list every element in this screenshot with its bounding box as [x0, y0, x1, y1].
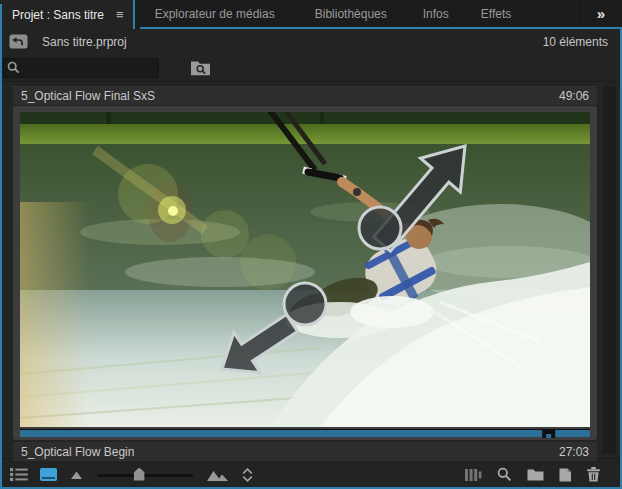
sequence-bars-icon: [465, 469, 482, 481]
tab-infos[interactable]: Infos: [407, 0, 465, 27]
clip-thumbnail[interactable]: [20, 112, 590, 427]
tab-overflow-button[interactable]: »: [579, 0, 622, 27]
new-item-button[interactable]: [559, 464, 572, 486]
icon-view-icon: [40, 468, 57, 481]
list-view-button[interactable]: [10, 464, 28, 486]
find-button[interactable]: [497, 464, 512, 486]
tab-projet[interactable]: Projet : Sans titre ≡: [0, 0, 135, 29]
zoom-in-button[interactable]: [207, 464, 228, 486]
project-panel: Projet : Sans titre ≡ Explorateur de méd…: [0, 0, 622, 489]
folder-magnifier-icon: [190, 59, 211, 76]
search-in-bin-button[interactable]: [189, 59, 211, 76]
search-box: [3, 58, 159, 78]
tab-effets[interactable]: Effets: [465, 0, 527, 27]
search-bar: [0, 54, 622, 82]
delete-button[interactable]: [587, 464, 600, 486]
zoom-slider-thumb[interactable]: [134, 468, 145, 481]
folder-up-icon: [9, 34, 28, 49]
search-input[interactable]: [3, 58, 159, 78]
search-icon: [7, 61, 21, 79]
clip-duration: 27:03: [559, 445, 589, 459]
small-mountain-icon: [71, 470, 83, 479]
clip-caption[interactable]: 5_Optical Flow Begin 27:03: [13, 442, 597, 461]
find-magnifier-icon: [497, 467, 512, 482]
icon-view-button[interactable]: [40, 464, 57, 486]
large-mountain-icon: [207, 469, 228, 481]
clip-selection-frame: [13, 106, 597, 440]
tab-explorateur-de-medias[interactable]: Explorateur de médias: [135, 0, 295, 27]
bin-content-area: 5_Optical Flow Final SxS 49:06: [0, 82, 622, 458]
automate-to-sequence-button[interactable]: [465, 464, 482, 486]
clip-name: 5_Optical Flow Begin: [21, 445, 134, 459]
new-item-page-icon: [559, 468, 572, 482]
zoom-out-button[interactable]: [71, 464, 83, 486]
tab-bibliotheques[interactable]: Bibliothèques: [295, 0, 407, 27]
clip-name: 5_Optical Flow Final SxS: [21, 89, 155, 103]
clip-item-begin[interactable]: 5_Optical Flow Begin 27:03: [13, 106, 597, 461]
list-view-icon: [10, 468, 28, 481]
navigate-up-button[interactable]: [8, 34, 28, 50]
vertical-scrollbar[interactable]: [603, 86, 616, 454]
panel-menu-icon[interactable]: ≡: [116, 7, 123, 22]
tab-projet-label: Projet : Sans titre: [12, 8, 104, 22]
trash-icon: [587, 467, 600, 482]
project-panel-toolbar: [0, 458, 622, 489]
clip-item-final-sxs[interactable]: 5_Optical Flow Final SxS 49:06: [13, 86, 597, 105]
panel-focus-border-left: [0, 4, 2, 489]
project-path-bar: Sans titre.prproj 10 éléments: [0, 29, 622, 54]
folder-icon: [527, 468, 544, 481]
sort-icons-button[interactable]: [242, 464, 253, 486]
panel-tab-bar: Projet : Sans titre ≡ Explorateur de méd…: [0, 0, 622, 29]
clip-scrub-bar[interactable]: [20, 429, 590, 437]
scrub-playhead[interactable]: [542, 429, 555, 438]
project-file-name: Sans titre.prproj: [42, 35, 127, 49]
new-bin-button[interactable]: [527, 464, 544, 486]
items-count-label: 10 éléments: [543, 35, 610, 49]
sort-chevrons-icon: [242, 468, 253, 482]
slider-track: [97, 474, 193, 477]
clip-duration: 49:06: [559, 89, 589, 103]
thumbnail-zoom-slider[interactable]: [97, 468, 193, 482]
